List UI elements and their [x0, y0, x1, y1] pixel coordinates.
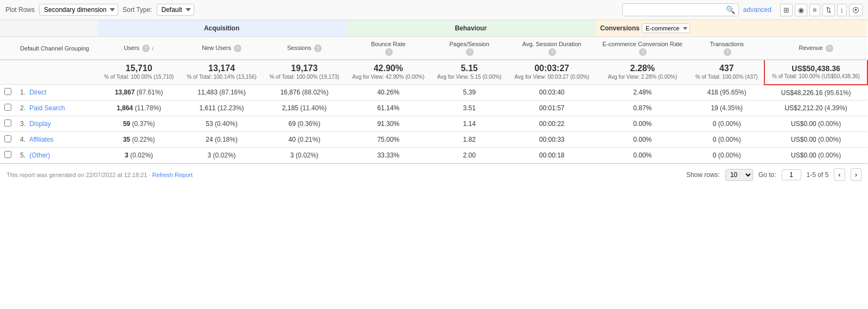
transactions-2: 0 (0.00%): [689, 116, 764, 132]
new-users-3: 24 (0.18%): [180, 132, 263, 148]
row-name-2: 3. Display: [16, 116, 98, 132]
totals-row: 15,710 % of Total: 100.00% (15,710) 13,1…: [0, 60, 867, 85]
totals-bounce-rate: 42.90% Avg for View: 42.90% (0.00%): [346, 60, 431, 85]
transactions-4: 0 (0.00%): [689, 148, 764, 163]
table-row: 5. (Other) 3 (0.02%) 3 (0.02%) 3 (0.02%)…: [0, 148, 867, 163]
rows-select[interactable]: 10 25 50 100: [725, 169, 753, 181]
totals-avg-session: 00:03:27 Avg for View: 00:03:27 (0.00%): [508, 60, 596, 85]
revenue-1: US$2,212.20 (4.39%): [764, 100, 867, 116]
pages-session-3: 1.82: [431, 132, 508, 148]
sessions-2: 69 (0.36%): [263, 116, 346, 132]
new-users-4: 3 (0.02%): [180, 148, 263, 163]
new-users-1: 1,611 (12.23%): [180, 100, 263, 116]
avg-session-0: 00:03:40: [508, 85, 596, 100]
avg-session-2: 00:00:22: [508, 116, 596, 132]
row-num-2: 3.: [20, 120, 25, 128]
bounce-rate-help-icon[interactable]: ?: [385, 48, 393, 56]
totals-label-col: [16, 60, 98, 85]
conversions-select[interactable]: E-commerce: [642, 23, 690, 33]
view-list-button[interactable]: ≡: [809, 4, 820, 16]
pages-session-4: 2.00: [431, 148, 508, 163]
channel-link-1[interactable]: Paid Search: [29, 104, 65, 112]
row-checkbox-0[interactable]: [0, 85, 16, 100]
row-name-1: 2. Paid Search: [16, 100, 98, 116]
table-row: 3. Display 59 (0.37%) 53 (0.40%) 69 (0.3…: [0, 116, 867, 132]
new-users-help-icon[interactable]: ?: [234, 45, 241, 52]
sessions-help-icon[interactable]: ?: [314, 45, 322, 52]
view-pie-button[interactable]: ◉: [795, 4, 807, 16]
row-checkbox-3[interactable]: [0, 132, 16, 148]
pages-session-2: 1.14: [431, 116, 508, 132]
totals-revenue: US$50,438.36 % of Total: 100.00% (US$50,…: [764, 60, 867, 85]
transactions-header: Transactions ?: [689, 37, 764, 60]
users-2: 59 (0.37%): [98, 116, 181, 132]
users-sort-icon[interactable]: ↓: [151, 45, 154, 51]
checkbox-4[interactable]: [4, 151, 11, 158]
refresh-report-link[interactable]: Refresh Report: [152, 172, 193, 178]
search-box: 🔍: [622, 3, 739, 16]
totals-users: 15,710 % of Total: 100.00% (15,710): [98, 60, 181, 85]
checkbox-3[interactable]: [4, 135, 11, 142]
transactions-help-icon[interactable]: ?: [724, 48, 731, 56]
totals-ecommerce: 2.28% Avg for View: 2.28% (0.00%): [596, 60, 689, 85]
checkbox-2[interactable]: [4, 119, 11, 127]
revenue-header: Revenue ?: [764, 37, 867, 60]
main-content: Acquisition Behaviour Conversions E-comm…: [0, 20, 868, 163]
plot-rows-label: Plot Rows: [5, 6, 35, 14]
checkbox-1[interactable]: [4, 104, 11, 111]
sessions-3: 40 (0.21%): [263, 132, 346, 148]
sort-type-select[interactable]: Default: [157, 4, 194, 16]
conversions-header: Conversions E-commerce: [596, 20, 867, 37]
totals-sessions: 19,173 % of Total: 100.00% (19,173): [263, 60, 346, 85]
row-checkbox-4[interactable]: [0, 148, 16, 163]
footer-generated-text: This report was generated on 22/07/2022 …: [7, 172, 681, 178]
goto-label: Go to:: [758, 171, 776, 179]
view-compare-button[interactable]: ⇅: [822, 4, 835, 16]
prev-page-button[interactable]: ‹: [834, 168, 845, 181]
users-1: 1,864 (11.78%): [98, 100, 181, 116]
ecommerce-rate-help-icon[interactable]: ?: [639, 48, 647, 56]
next-page-button[interactable]: ›: [851, 168, 861, 181]
revenue-4: US$0.00 (0.00%): [764, 148, 867, 163]
users-header: Users ? ↓: [98, 37, 181, 60]
row-checkbox-2[interactable]: [0, 116, 16, 132]
revenue-help-icon[interactable]: ?: [826, 45, 833, 52]
behaviour-header: Behaviour: [346, 20, 596, 37]
row-checkbox-1[interactable]: [0, 100, 16, 116]
sessions-1: 2,185 (11.40%): [263, 100, 346, 116]
channel-link-2[interactable]: Display: [29, 120, 50, 128]
view-icons: ⊞ ◉ ≡ ⇅ ↕ ⦿: [780, 4, 863, 16]
revenue-0: US$48,226.16 (95.61%): [764, 85, 867, 100]
table-row: 1. Direct 13,867 (87.61%) 11,483 (87.16%…: [0, 85, 867, 100]
row-name-4: 5. (Other): [16, 148, 98, 163]
row-name-3: 4. Affiliates: [16, 132, 98, 148]
data-table: Acquisition Behaviour Conversions E-comm…: [0, 20, 868, 163]
search-input[interactable]: [626, 6, 724, 14]
goto-input[interactable]: 1: [782, 169, 801, 180]
new-users-2: 53 (0.40%): [180, 116, 263, 132]
page-range: 1-5 of 5: [807, 171, 829, 179]
users-3: 35 (0.22%): [98, 132, 181, 148]
channel-link-4[interactable]: (Other): [29, 152, 50, 159]
avg-session-header: Avg. Session Duration ?: [508, 37, 596, 60]
acquisition-header: Acquisition: [98, 20, 346, 37]
view-grid-button[interactable]: ⊞: [780, 4, 793, 16]
view-pivot-button[interactable]: ↕: [837, 4, 847, 16]
advanced-link[interactable]: advanced: [743, 6, 771, 14]
ecommerce-3: 0.00%: [596, 132, 689, 148]
ecommerce-rate-header: E-commerce Conversion Rate ?: [596, 37, 689, 60]
channel-link-3[interactable]: Affiliates: [29, 136, 54, 143]
users-help-icon[interactable]: ?: [142, 45, 150, 52]
pages-session-header: Pages/Session ?: [431, 37, 508, 60]
bounce-rate-2: 91.30%: [346, 116, 431, 132]
avg-session-help-icon[interactable]: ?: [548, 48, 556, 56]
channel-link-0[interactable]: Direct: [29, 89, 46, 96]
checkbox-0[interactable]: [4, 88, 11, 95]
search-icon[interactable]: 🔍: [726, 5, 735, 14]
secondary-dimension-select[interactable]: Secondary dimension: [39, 4, 118, 16]
avg-session-1: 00:01:57: [508, 100, 596, 116]
pages-session-help-icon[interactable]: ?: [466, 48, 474, 56]
view-custom-button[interactable]: ⦿: [849, 4, 863, 16]
transactions-0: 418 (95.65%): [689, 85, 764, 100]
footer: This report was generated on 22/07/2022 …: [0, 163, 868, 185]
